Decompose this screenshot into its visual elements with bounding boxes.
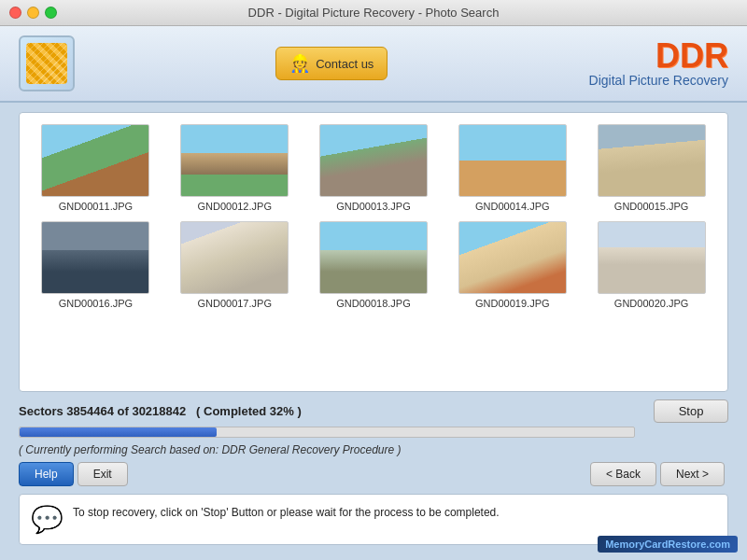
photo-filename: GND00015.JPG [614,201,688,212]
list-item[interactable]: GND00016.JPG [31,221,161,309]
photo-thumbnail [598,124,706,197]
minimize-button[interactable] [27,7,39,19]
photo-thumbnail [319,221,428,294]
header: 👷 Contact us DDR Digital Picture Recover… [0,26,747,103]
list-item[interactable]: GND00017.JPG [170,221,300,309]
progress-row [19,427,728,438]
photo-filename: GND00013.JPG [336,201,410,212]
info-message: To stop recovery, click on 'Stop' Button… [73,504,500,521]
photo-filename: GND00012.JPG [197,201,271,212]
main-content: GND00011.JPGGND00012.JPGGND00013.JPGGND0… [0,103,747,554]
progress-text: Sectors 3854464 of 30218842 ( Completed … [19,404,302,418]
contact-label: Contact us [316,57,374,71]
progress-info: Sectors 3854464 of 30218842 ( Completed … [19,399,728,423]
info-icon: 💬 [31,504,63,535]
photo-filename: GND00014.JPG [475,201,549,212]
stop-button[interactable]: Stop [654,399,728,423]
photo-thumbnail [180,221,289,294]
exit-button[interactable]: Exit [78,462,128,486]
photo-thumbnail [598,221,706,294]
contact-icon: 👷 [289,53,310,74]
photo-filename: GND00011.JPG [59,201,133,212]
logo-box [19,35,75,91]
help-button[interactable]: Help [19,462,74,486]
contact-button[interactable]: 👷 Contact us [275,47,388,80]
photo-filename: GND00016.JPG [59,298,133,309]
list-item[interactable]: GND00014.JPG [447,124,577,212]
photo-filename: GND00018.JPG [336,298,410,309]
photo-grid: GND00011.JPGGND00012.JPGGND00013.JPGGND0… [31,124,716,309]
photo-thumbnail [319,124,428,197]
brand-title: DDR [589,39,728,73]
footer-watermark: MemoryCardRestore.com [598,536,738,553]
photo-thumbnail [41,221,149,294]
sectors-text: Sectors 3854464 of 30218842 [19,404,186,418]
window-title: DDR - Digital Picture Recovery - Photo S… [248,6,500,20]
brand-block: DDR Digital Picture Recovery [589,39,728,88]
list-item[interactable]: GND00020.JPG [586,221,716,309]
list-item[interactable]: GND00019.JPG [447,221,577,309]
titlebar: DDR - Digital Picture Recovery - Photo S… [0,0,747,26]
progress-section: Sectors 3854464 of 30218842 ( Completed … [19,399,728,438]
photo-thumbnail [458,124,567,197]
photo-filename: GND00020.JPG [614,298,688,309]
list-item[interactable]: GND00012.JPG [170,124,300,212]
watermark-text: MemoryCardRestore.com [605,539,730,550]
photo-thumbnail [41,124,149,197]
maximize-button[interactable] [45,7,57,19]
brand-subtitle: Digital Picture Recovery [589,73,728,88]
close-button[interactable] [9,7,21,19]
completed-text: ( Completed 32% ) [196,404,302,418]
photo-grid-container: GND00011.JPGGND00012.JPGGND00013.JPGGND0… [19,112,728,392]
titlebar-buttons [9,7,57,19]
next-button[interactable]: Next > [660,462,725,486]
back-button[interactable]: < Back [590,462,656,486]
nav-row: Help Exit < Back Next > [19,462,728,486]
status-text: ( Currently performing Search based on: … [19,443,728,456]
logo-image [26,43,67,84]
list-item[interactable]: GND00011.JPG [31,124,161,212]
progress-bar-container [19,427,635,438]
photo-filename: GND00019.JPG [475,298,549,309]
list-item[interactable]: GND00013.JPG [309,124,439,212]
list-item[interactable]: GND00018.JPG [309,221,439,309]
progress-bar-fill [20,427,217,437]
photo-filename: GND00017.JPG [197,298,271,309]
list-item[interactable]: GND00015.JPG [586,124,716,212]
photo-thumbnail [458,221,567,294]
photo-thumbnail [180,124,289,197]
